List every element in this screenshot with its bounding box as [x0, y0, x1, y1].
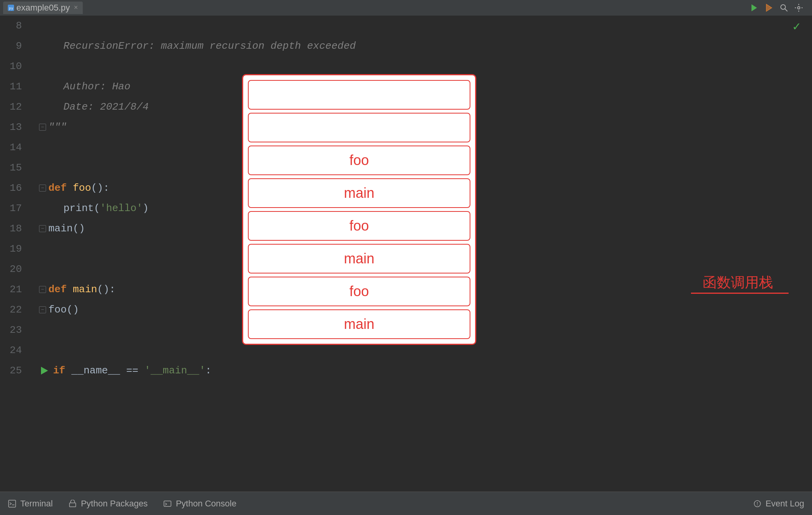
line-num-25: 25	[0, 360, 27, 381]
paren-foo: ():	[91, 178, 109, 198]
print-close: )	[142, 198, 149, 218]
comment-text-9: RecursionError: maximum recursion depth …	[39, 36, 356, 56]
paren-main: ():	[97, 279, 116, 300]
print-fn: print(	[63, 198, 100, 218]
line-num-23: 23	[0, 320, 27, 340]
fold-button-18[interactable]: −	[39, 225, 46, 232]
svg-rect-8	[9, 500, 16, 507]
event-log-button[interactable]: Event Log	[753, 499, 804, 509]
stack-box-foo-1: foo	[248, 146, 470, 175]
tab-close-button[interactable]: ×	[74, 4, 78, 12]
line-num-17: 17	[0, 198, 27, 218]
line-num-9: 9	[0, 36, 27, 56]
svg-point-5	[781, 5, 785, 9]
console-label: Python Console	[176, 499, 236, 509]
python-packages-button[interactable]: Python Packages	[68, 499, 148, 509]
line-num-21: 21	[0, 279, 27, 300]
python-console-button[interactable]: Python Console	[163, 499, 236, 509]
funcname-foo: foo	[73, 178, 91, 198]
comment-text-13: """	[48, 117, 67, 137]
keyword-if: if	[53, 360, 71, 381]
call-stack-underline	[691, 293, 789, 294]
fold-button-16[interactable]: −	[39, 185, 46, 192]
line-num-14: 14	[0, 137, 27, 158]
svg-text:py: py	[9, 6, 13, 10]
svg-rect-10	[69, 503, 76, 507]
python-file-icon: py	[8, 5, 14, 11]
debug-icon[interactable]	[764, 2, 775, 13]
line-num-15: 15	[0, 158, 27, 178]
run-button-25[interactable]	[39, 365, 50, 376]
hello-string: 'hello'	[100, 198, 142, 218]
console-icon	[163, 499, 172, 508]
svg-point-7	[798, 7, 800, 9]
main-content-area: 8 9 10 11 12 13 14 15 16 17 18 19 20 21 …	[0, 16, 812, 492]
terminal-icon	[8, 499, 16, 508]
code-line-25: if __name__ == '__main__':	[39, 360, 812, 381]
call-stack-label: 函数调用栈	[703, 273, 773, 292]
line-num-20: 20	[0, 259, 27, 279]
file-tab[interactable]: py example05.py ×	[3, 2, 83, 14]
main-string: '__main__'	[144, 360, 205, 381]
svg-marker-2	[751, 4, 757, 11]
settings-icon[interactable]	[793, 2, 804, 13]
event-log-label: Event Log	[766, 499, 804, 509]
terminal-label: Terminal	[20, 499, 53, 509]
line-num-22: 22	[0, 300, 27, 320]
line-num-8: 8	[0, 16, 27, 36]
run-icon[interactable]	[749, 2, 760, 13]
tab-filename: example05.py	[16, 3, 70, 13]
stack-box-main-3: main	[248, 309, 470, 339]
name-eq: __name__ ==	[71, 360, 144, 381]
code-line-9: RecursionError: maximum recursion depth …	[39, 36, 812, 56]
line-number-gutter: 8 9 10 11 12 13 14 15 16 17 18 19 20 21 …	[0, 16, 31, 492]
svg-marker-3	[766, 4, 772, 11]
line-num-19: 19	[0, 239, 27, 259]
line-num-10: 10	[0, 56, 27, 76]
code-line-8	[39, 16, 812, 36]
svg-point-14	[757, 504, 758, 505]
call-stack-diagram: foo main foo main foo main	[242, 74, 476, 345]
top-bar: py example05.py ×	[0, 0, 812, 16]
line-num-16: 16	[0, 178, 27, 198]
packages-label: Python Packages	[81, 499, 148, 509]
bottom-toolbar: Terminal Python Packages Python Console	[0, 492, 812, 515]
keyword-def-foo: def	[48, 178, 73, 198]
foo-call-text: foo()	[48, 300, 79, 320]
code-line-10	[39, 56, 812, 76]
comment-text-11: Author: Hao	[39, 76, 130, 97]
funcname-main: main	[73, 279, 97, 300]
packages-icon	[68, 499, 77, 508]
stack-box-main-2: main	[248, 244, 470, 273]
line-num-18: 18	[0, 218, 27, 239]
line-num-24: 24	[0, 340, 27, 360]
stack-box-foo-2: foo	[248, 211, 470, 241]
line-num-13: 13	[0, 117, 27, 137]
svg-rect-11	[164, 501, 171, 506]
svg-line-6	[785, 9, 788, 12]
stack-box-empty-2	[248, 113, 470, 142]
line-num-12: 12	[0, 97, 27, 117]
stack-box-foo-3: foo	[248, 277, 470, 306]
indent-17	[39, 198, 63, 218]
colon-25: :	[205, 360, 212, 381]
fold-button-22[interactable]: −	[39, 306, 46, 313]
comment-text-12: Date: 2021/8/4	[39, 97, 149, 117]
top-right-actions	[749, 0, 804, 16]
main-call-text: main()	[48, 218, 85, 239]
keyword-def-main: def	[48, 279, 73, 300]
stack-box-empty-1	[248, 80, 470, 110]
fold-button-13[interactable]: −	[39, 124, 46, 131]
fold-button-21[interactable]: −	[39, 286, 46, 293]
terminal-button[interactable]: Terminal	[8, 499, 53, 509]
line-num-11: 11	[0, 76, 27, 97]
stack-box-main-1: main	[248, 178, 470, 208]
search-icon[interactable]	[778, 2, 789, 13]
event-log-icon	[753, 499, 762, 508]
checkmark-indicator: ✓	[793, 19, 800, 34]
